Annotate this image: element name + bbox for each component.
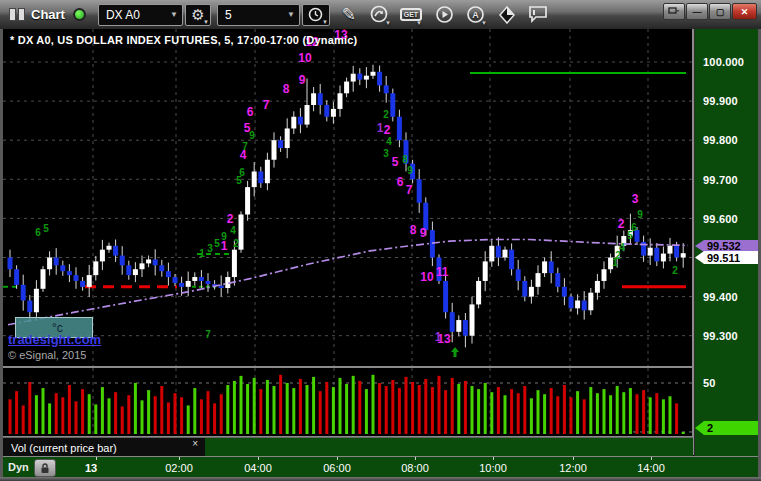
candle-body [595,281,600,293]
price-pane[interactable]: 4567891012132125678910111323119765953142… [3,29,693,366]
interval-combo[interactable]: 5 ▼ [217,4,300,26]
candle-body [60,265,65,271]
volume-bar [48,403,51,434]
maximize-button[interactable]: ▢ [709,3,731,20]
studies-button[interactable]: ▼ [368,4,392,26]
time-axis-tick [179,457,180,460]
volume-bar [642,390,645,434]
wave-label: 2 [672,265,678,276]
minimize-button[interactable]: — [686,3,708,20]
volume-bar [563,385,566,434]
candle-body [291,117,296,129]
alerts-button[interactable]: A ▼ [464,4,488,26]
wave-label: 5 [392,155,399,169]
tab-volume[interactable]: Vol (current price bar) × [3,438,205,457]
candle-body [331,109,336,117]
candle-body [371,72,376,76]
volume-bar [510,389,513,434]
restore-button[interactable] [663,3,685,20]
candle-body [542,261,547,273]
volume-bar [240,376,243,434]
diamond-icon [498,6,516,24]
volume-bar [682,432,685,434]
wave-label: 9 [299,73,306,87]
color-bars-button[interactable] [495,4,519,26]
time-axis-label: 02:00 [165,462,193,474]
candle-body [456,320,461,332]
volume-bar [134,383,137,434]
playback-button[interactable] [433,4,457,26]
volume-bar [570,397,573,434]
volume-bar [299,379,302,434]
volume-bar [603,389,606,434]
candle-body [173,277,178,283]
volume-chart-canvas [3,368,693,436]
candle-body [654,248,659,262]
candle-body [450,312,455,332]
get-data-button[interactable]: GET ▼ [399,4,423,26]
time-axis-label: 08:00 [401,462,429,474]
volume-bar [81,389,84,434]
minimize-icon: — [693,7,702,17]
wave-label: 9 [221,231,227,242]
candle-body [54,258,59,266]
price-axis[interactable]: 99.30099.40099.50099.60099.70099.80099.9… [694,29,759,477]
time-axis-tick [573,457,574,460]
price-axis-tick: 99.800 [703,134,738,146]
candle-body [140,263,145,269]
volume-bar [127,395,130,434]
candle-body [186,281,191,287]
volume-bar [55,393,58,434]
tradesight-link[interactable]: tradesight.com [8,332,101,347]
symbol-combo[interactable]: DX A0 ▼ [98,4,183,26]
volume-bar [662,399,665,434]
volume-bar [88,394,91,434]
candle-body [199,277,204,281]
candle-body [364,76,369,80]
notes-button[interactable] [526,4,550,26]
volume-bar [523,386,526,434]
volume-bar [484,383,487,434]
time-axis-label: 06:00 [323,462,351,474]
volume-bar [622,392,625,434]
volume-bar [332,387,335,434]
wave-label: 3 [632,192,639,206]
time-axis-tick [337,457,338,460]
candle-body [483,261,488,281]
volume-bar [22,405,25,434]
time-template-button[interactable]: ▼ [302,4,330,26]
chevron-down-icon: ▼ [162,10,178,19]
close-tab-icon[interactable]: × [192,438,198,449]
candle-body [516,269,521,281]
candle-body [93,261,98,275]
volume-bar [273,386,276,434]
candle-body [318,93,323,105]
volume-bar [431,387,434,434]
candle-body [575,301,580,309]
time-axis[interactable]: Dyn 1302:0004:0006:0008:0010:0012:0014:0… [0,456,758,478]
volume-bar [616,386,619,434]
wave-label: 8 [283,82,290,96]
close-button[interactable]: ✕ [732,3,757,20]
candle-body [179,283,184,287]
volume-bar [385,386,388,434]
candle-body [536,273,541,287]
volume-bar [180,397,183,434]
interval-value: 5 [225,8,232,22]
draw-tool-button[interactable]: ✎ [337,4,361,26]
price-chart-canvas: 4567891012132125678910111323119765953142… [3,29,693,366]
wave-label: 4 [230,225,236,236]
volume-pane[interactable] [3,368,693,436]
volume-bar [444,390,447,434]
lock-button[interactable] [34,459,56,477]
time-axis-tick [96,457,97,460]
symbol-settings-button[interactable]: ⚙ ▼ [185,4,211,26]
chevron-down-icon: ▼ [416,20,422,26]
symbol-value: DX A0 [106,8,140,22]
wave-label: 11 [436,265,449,279]
pencil-icon: ✎ [342,4,356,25]
candle-body [344,82,349,94]
esignal-copyright: © eSignal, 2015 [8,349,86,361]
volume-bar [207,391,210,434]
candle-body [351,74,356,82]
